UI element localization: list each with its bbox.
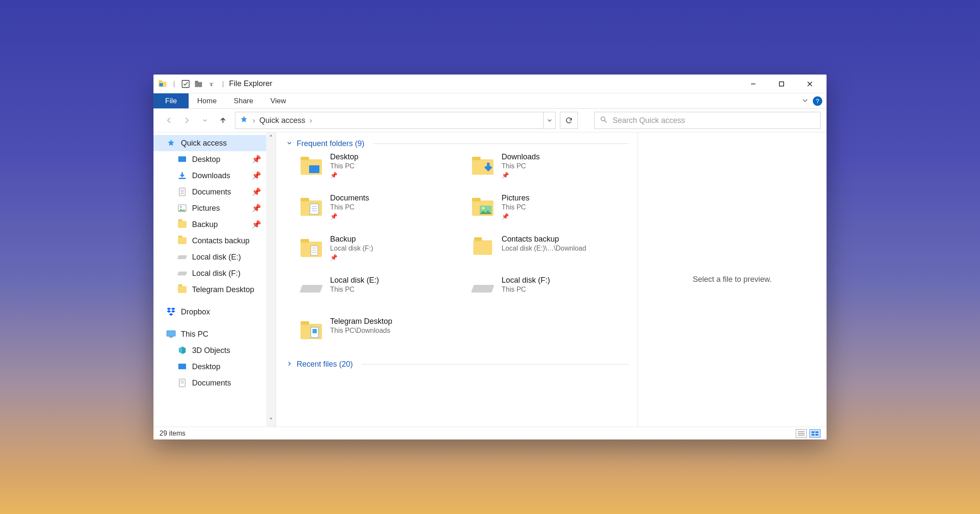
tile-backup[interactable]: BackupLocal disk (F:)📌 bbox=[299, 235, 458, 268]
svg-rect-48 bbox=[301, 321, 309, 325]
breadcrumb-separator-2[interactable]: › bbox=[310, 116, 312, 125]
pin-icon: 📌 bbox=[330, 254, 373, 261]
breadcrumb-root[interactable]: Quick access bbox=[259, 116, 305, 125]
back-button[interactable] bbox=[163, 114, 175, 126]
svg-rect-20 bbox=[167, 331, 175, 336]
forward-button[interactable] bbox=[181, 114, 193, 126]
svg-rect-42 bbox=[301, 239, 309, 242]
pc-icon bbox=[166, 329, 176, 339]
pictures-icon bbox=[177, 203, 187, 213]
qat-separator-2: | bbox=[222, 80, 224, 88]
tree-documents-pc[interactable]: Documents bbox=[153, 375, 276, 391]
tile-pictures[interactable]: PicturesThis PC📌 bbox=[471, 194, 629, 227]
section-frequent-folders[interactable]: Frequent folders (9) bbox=[286, 139, 629, 148]
details-view-toggle[interactable] bbox=[796, 429, 807, 438]
preview-empty-text: Select a file to preview. bbox=[693, 275, 772, 284]
recent-locations-dropdown[interactable] bbox=[199, 114, 211, 126]
tile-telegram-desktop[interactable]: Telegram DesktopThis PC\Downloads bbox=[299, 317, 458, 350]
tree-label: Dropbox bbox=[181, 308, 210, 317]
qat-customize-icon[interactable] bbox=[207, 79, 216, 89]
refresh-button[interactable] bbox=[560, 112, 578, 129]
chevron-right-icon bbox=[286, 360, 292, 369]
tree-local-disk-e[interactable]: Local disk (E:) bbox=[153, 249, 276, 265]
tree-quick-access[interactable]: Quick access bbox=[153, 135, 276, 151]
svg-rect-33 bbox=[310, 204, 319, 214]
tile-documents[interactable]: DocumentsThis PC📌 bbox=[299, 194, 458, 227]
minimize-button[interactable] bbox=[739, 75, 767, 93]
tile-location: This PC\Downloads bbox=[330, 327, 392, 335]
items-pane: Frequent folders (9) DesktopThis PC📌 Dow… bbox=[276, 132, 638, 427]
content-area: Frequent folders (9) DesktopThis PC📌 Dow… bbox=[276, 132, 827, 427]
tab-home[interactable]: Home bbox=[189, 93, 225, 108]
tree-desktop[interactable]: Desktop 📌 bbox=[153, 151, 276, 167]
tab-view[interactable]: View bbox=[262, 93, 295, 108]
tree-label: Documents bbox=[192, 379, 231, 388]
drive-icon bbox=[177, 252, 187, 262]
ribbon-tabs: File Home Share View ? bbox=[153, 93, 827, 109]
file-explorer-window: | | File Explorer File Home Share View ? bbox=[153, 75, 827, 439]
svg-rect-32 bbox=[301, 198, 309, 201]
section-rule bbox=[373, 143, 629, 144]
search-box[interactable] bbox=[594, 112, 821, 129]
search-input[interactable] bbox=[613, 116, 815, 125]
tree-contacts-backup[interactable]: Contacts backup bbox=[153, 233, 276, 249]
tree-dropbox[interactable]: Dropbox bbox=[153, 304, 276, 320]
tree-label: Downloads bbox=[192, 171, 230, 180]
tree-3d-objects[interactable]: 3D Objects bbox=[153, 342, 276, 359]
tree-label: Backup bbox=[192, 220, 218, 229]
tile-local-disk-f[interactable]: Local disk (F:)This PC bbox=[471, 276, 629, 309]
properties-icon[interactable] bbox=[181, 79, 190, 89]
tile-local-disk-e[interactable]: Local disk (E:)This PC bbox=[299, 276, 458, 309]
status-bar: 29 items bbox=[153, 427, 827, 439]
tab-file[interactable]: File bbox=[153, 93, 189, 108]
tree-this-pc[interactable]: This PC bbox=[153, 326, 276, 342]
tile-contacts-backup[interactable]: Contacts backupLocal disk (E:)\…\Downloa… bbox=[471, 235, 629, 268]
svg-rect-12 bbox=[178, 156, 186, 162]
maximize-button[interactable] bbox=[767, 75, 796, 93]
tile-downloads[interactable]: DownloadsThis PC📌 bbox=[471, 152, 629, 186]
tree-documents[interactable]: Documents 📌 bbox=[153, 184, 276, 200]
frequent-folders-grid: DesktopThis PC📌 DownloadsThis PC📌 Docume… bbox=[286, 152, 629, 350]
ribbon-collapse-icon[interactable] bbox=[802, 97, 809, 105]
tree-pictures[interactable]: Pictures 📌 bbox=[153, 200, 276, 216]
downloads-folder-icon bbox=[471, 153, 495, 177]
tree-backup[interactable]: Backup 📌 bbox=[153, 216, 276, 233]
address-history-dropdown[interactable] bbox=[544, 112, 556, 129]
svg-rect-27 bbox=[301, 157, 309, 160]
new-folder-icon[interactable] bbox=[194, 79, 203, 89]
svg-point-10 bbox=[601, 117, 605, 121]
tree-label: Telegram Desktop bbox=[192, 285, 254, 294]
pin-icon: 📌 bbox=[502, 213, 529, 220]
explorer-body: Quick access Desktop 📌 Downloads 📌 Docum… bbox=[153, 132, 827, 427]
help-button[interactable]: ? bbox=[813, 96, 822, 106]
view-toggles bbox=[796, 429, 821, 438]
tree-downloads[interactable]: Downloads 📌 bbox=[153, 167, 276, 184]
document-icon bbox=[177, 187, 187, 197]
tree-label: Local disk (F:) bbox=[192, 269, 240, 278]
tile-name: Backup bbox=[330, 235, 373, 244]
scroll-down-icon[interactable]: ˅ bbox=[269, 417, 273, 425]
tree-desktop-pc[interactable]: Desktop bbox=[153, 359, 276, 375]
tile-name: Telegram Desktop bbox=[330, 317, 392, 326]
icons-view-toggle[interactable] bbox=[809, 429, 821, 438]
pictures-folder-icon bbox=[471, 194, 495, 218]
tab-share[interactable]: Share bbox=[225, 93, 262, 108]
folder-icon bbox=[299, 318, 323, 342]
breadcrumb-separator: › bbox=[253, 116, 255, 125]
scroll-up-icon[interactable]: ˄ bbox=[269, 134, 273, 142]
folder-icon bbox=[177, 220, 187, 229]
svg-rect-1 bbox=[159, 80, 162, 82]
tree-scrollbar[interactable]: ˄ ˅ bbox=[266, 132, 276, 427]
download-icon bbox=[177, 171, 187, 180]
address-bar[interactable]: › Quick access › bbox=[235, 112, 544, 129]
tile-desktop[interactable]: DesktopThis PC📌 bbox=[299, 152, 458, 186]
svg-rect-4 bbox=[195, 82, 202, 87]
quick-access-toolbar: | | bbox=[156, 79, 226, 89]
tile-location: Local disk (E:)\…\Download bbox=[502, 245, 586, 252]
window-title: File Explorer bbox=[229, 79, 272, 88]
close-button[interactable] bbox=[796, 75, 824, 93]
up-button[interactable] bbox=[217, 114, 229, 126]
section-recent-files[interactable]: Recent files (20) bbox=[286, 360, 629, 369]
tree-telegram-desktop[interactable]: Telegram Desktop bbox=[153, 281, 276, 298]
tree-local-disk-f[interactable]: Local disk (F:) bbox=[153, 265, 276, 281]
